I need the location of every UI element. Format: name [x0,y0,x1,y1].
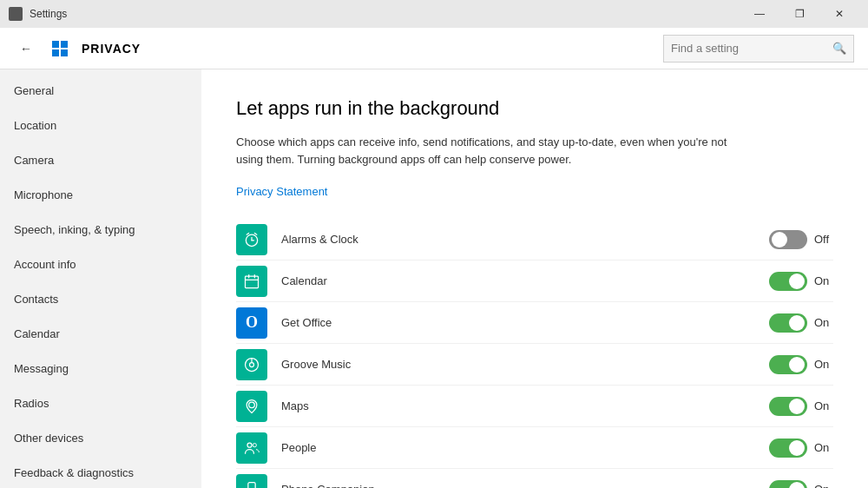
title-bar: Settings — ❐ ✕ [0,0,868,28]
sidebar-label-contacts: Contacts [14,293,58,306]
calendar-app-icon [236,266,267,297]
sidebar-label-account-info: Account info [14,258,76,271]
search-input[interactable] [671,42,832,55]
calendar-toggle[interactable] [769,272,807,291]
section-title: PRIVACY [82,42,649,56]
minimize-button[interactable]: — [740,0,779,28]
sidebar-label-radios: Radios [14,397,49,410]
get-office-toggle[interactable] [769,313,807,333]
groove-music-toggle-label: On [814,358,833,371]
search-box[interactable]: 🔍 [663,35,854,63]
maps-toggle-label: On [814,399,833,412]
title-bar-controls: — ❐ ✕ [740,0,859,28]
app-row-maps: Maps On [236,386,833,427]
calendar-toggle-area: On [769,272,833,291]
sidebar-label-microphone: Microphone [14,188,73,201]
privacy-logo-icon [52,41,68,56]
maximize-button[interactable]: ❐ [779,0,819,28]
sidebar-item-camera[interactable]: Camera [0,142,201,177]
alarms-toggle-label: Off [814,233,833,246]
svg-point-12 [249,402,255,408]
maps-name: Maps [281,399,769,412]
sidebar-item-contacts[interactable]: Contacts [0,281,201,316]
get-office-name: Get Office [281,316,769,329]
app-row-groove-music: Groove Music On [236,344,833,386]
sidebar-item-location[interactable]: Location [0,108,201,142]
phone-companion-name: Phone Companion [281,483,769,488]
app-row-get-office: O Get Office On [236,302,833,344]
settings-logo-icon [9,7,23,21]
search-icon: 🔍 [832,42,846,55]
people-toggle-area: On [769,439,833,458]
people-icon [236,432,267,464]
sidebar-label-calendar: Calendar [14,327,60,340]
app-row-calendar: Calendar On [236,260,833,302]
phone-companion-toggle-label: On [814,483,833,488]
sidebar-label-speech: Speech, inking, & typing [14,223,135,236]
page-description: Choose which apps can receive info, send… [236,134,740,168]
app-row-people: People On [236,427,833,469]
content-area: Let apps run in the background Choose wh… [201,69,868,488]
sidebar-label-camera: Camera [14,154,54,167]
groove-music-icon [236,349,267,380]
app-row-alarms: Alarms & Clock Off [236,219,833,260]
close-button[interactable]: ✕ [819,0,859,28]
app-row-phone-companion: Phone Companion On [236,469,833,488]
get-office-toggle-label: On [814,316,833,329]
alarms-name: Alarms & Clock [281,233,769,246]
maps-icon [236,391,267,422]
sidebar-label-general: General [14,84,54,97]
privacy-statement-link[interactable]: Privacy Statement [236,185,833,198]
main-layout: General Location Camera Microphone Speec… [0,69,868,488]
app-list: Alarms & Clock Off [236,219,833,488]
app-header: ← PRIVACY 🔍 [0,28,868,69]
people-toggle-label: On [814,441,833,454]
svg-rect-15 [248,482,255,488]
maps-toggle[interactable] [769,397,807,416]
svg-point-14 [253,443,256,446]
sidebar-label-messaging: Messaging [14,362,69,375]
svg-rect-5 [246,276,259,287]
sidebar-item-feedback[interactable]: Feedback & diagnostics [0,455,201,488]
groove-music-toggle-area: On [769,355,833,374]
groove-music-toggle[interactable] [769,355,807,374]
get-office-icon-letter: O [246,313,258,332]
people-toggle[interactable] [769,439,807,458]
sidebar: General Location Camera Microphone Speec… [0,69,201,488]
sidebar-item-other-devices[interactable]: Other devices [0,420,201,455]
phone-companion-toggle[interactable] [769,480,807,489]
groove-music-name: Groove Music [281,358,769,371]
calendar-toggle-label: On [814,274,833,287]
people-name: People [281,441,769,454]
sidebar-item-calendar[interactable]: Calendar [0,316,201,351]
title-bar-left: Settings [9,7,67,21]
svg-line-3 [247,233,249,234]
sidebar-label-location: Location [14,119,56,132]
calendar-app-name: Calendar [281,274,769,287]
svg-point-10 [250,362,254,366]
sidebar-item-messaging[interactable]: Messaging [0,351,201,386]
alarms-toggle[interactable] [769,230,807,249]
sidebar-label-feedback: Feedback & diagnostics [14,466,134,479]
sidebar-item-general[interactable]: General [0,73,201,108]
alarms-toggle-area: Off [769,230,833,249]
phone-companion-icon [236,474,267,489]
sidebar-item-speech[interactable]: Speech, inking, & typing [0,212,201,247]
page-title: Let apps run in the background [236,97,833,120]
svg-line-4 [254,233,257,234]
maps-toggle-area: On [769,397,833,416]
back-button[interactable]: ← [14,36,38,61]
alarms-icon [236,224,267,255]
svg-point-13 [247,443,252,447]
title-bar-title: Settings [30,8,67,20]
phone-companion-toggle-area: On [769,480,833,489]
sidebar-item-account-info[interactable]: Account info [0,247,201,281]
get-office-toggle-area: On [769,313,833,333]
sidebar-item-microphone[interactable]: Microphone [0,177,201,212]
get-office-icon: O [236,307,267,339]
sidebar-label-other-devices: Other devices [14,432,83,445]
sidebar-item-radios[interactable]: Radios [0,386,201,420]
back-icon: ← [20,42,32,56]
